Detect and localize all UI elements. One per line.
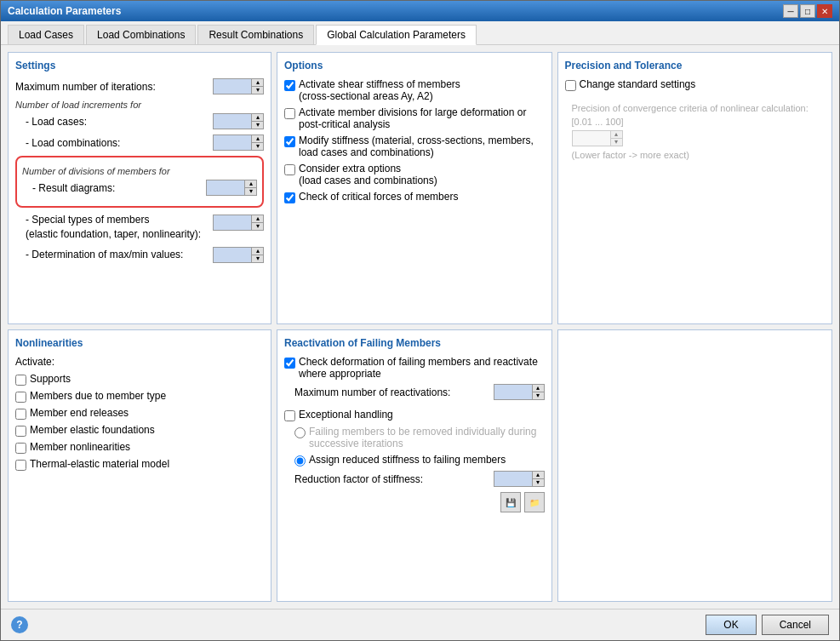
failing-remove-radio[interactable] [294,427,306,438]
assign-reduced-radio[interactable] [294,455,306,466]
tab-load-combinations[interactable]: Load Combinations [86,25,196,44]
load-combinations-input[interactable]: 1 [214,135,251,150]
option2-label: Activate member divisions for large defo… [299,106,526,130]
reduction-spinner[interactable]: 1000 ▴ ▾ [494,471,545,487]
options-title: Options [284,60,545,72]
load-combinations-spin-btns: ▴ ▾ [251,135,263,150]
supports-checkbox[interactable] [15,375,26,386]
exceptional-section: Exceptional handling Failing members to … [284,409,545,487]
ok-button[interactable]: OK [706,615,756,635]
result-diagrams-input[interactable]: 10 [207,180,244,195]
special-types-down[interactable]: ▾ [252,223,263,230]
max-min-input[interactable]: 10 [214,248,251,262]
exceptional-checkbox[interactable] [284,410,295,421]
load-cases-down[interactable]: ▾ [252,122,263,129]
member-nonlinear-row: Member nonlinearities [15,441,264,454]
max-reactivations-spin-btns: ▴ ▾ [532,385,544,399]
tab-global-params[interactable]: Global Calculation Parameters [316,25,477,45]
assign-reduced-row: Assign reduced stiffness to failing memb… [284,454,545,466]
reduction-label: Reduction factor of stiffness: [294,473,494,485]
activate-label: Activate: [15,356,264,368]
member-releases-checkbox[interactable] [15,409,26,420]
minimize-button[interactable]: ─ [783,4,798,18]
option3-label: Modify stiffness (material, cross-sectio… [299,134,534,158]
option1-checkbox[interactable] [284,80,295,91]
tab-result-combinations[interactable]: Result Combinations [197,25,314,44]
max-min-down[interactable]: ▾ [252,255,263,262]
failing-remove-label: Failing members to be removed individual… [309,426,536,449]
load-combinations-down[interactable]: ▾ [252,143,263,150]
reactivation-panel: Reactivation of Failing Members Check de… [277,329,552,602]
close-button[interactable]: ✕ [817,4,832,18]
result-diagrams-down[interactable]: ▾ [245,188,256,195]
thermal-row: Thermal-elastic material model [15,458,264,471]
maximize-button[interactable]: □ [800,4,815,18]
max-reactivations-down[interactable]: ▾ [533,392,544,399]
change-settings-label: Change standard settings [580,78,696,90]
load-cases-spin-btns: ▴ ▾ [251,114,263,129]
max-iterations-input[interactable]: 100 [214,79,251,94]
max-min-spinner[interactable]: 10 ▴ ▾ [213,247,264,263]
special-types-label: - Special types of members(elastic found… [26,213,213,242]
nonlinearities-title: Nonlinearities [15,337,264,349]
check-deformation-checkbox[interactable] [284,358,295,369]
divisions-group: Number of divisions of members for - Res… [15,156,264,208]
load-combinations-row: - Load combinations: 1 ▴ ▾ [15,134,264,151]
folder-icon-button[interactable]: 📁 [524,492,545,512]
dialog-buttons: OK Cancel [706,615,829,635]
option1-label: Activate shear stiffness of members(cros… [299,78,460,102]
max-iterations-label: Maximum number of iterations: [15,81,213,93]
bottom-bar: ? OK Cancel [1,609,839,640]
thermal-checkbox[interactable] [15,460,26,471]
members-type-label: Members due to member type [30,390,166,402]
special-types-spin-btns: ▴ ▾ [251,215,263,230]
option5-row: Check of critical forces of members [284,191,545,203]
load-cases-spinner[interactable]: 1 ▴ ▾ [213,113,264,129]
reduction-down[interactable]: ▾ [533,479,544,486]
settings-panel: Settings Maximum number of iterations: 1… [8,52,271,324]
supports-row: Supports [15,373,264,386]
option5-checkbox[interactable] [284,192,295,203]
change-settings-checkbox[interactable] [565,80,576,91]
supports-label: Supports [30,373,71,385]
special-types-spinner[interactable]: 10 ▴ ▾ [213,215,264,231]
reduction-spin-btns: ▴ ▾ [532,472,544,486]
help-button[interactable]: ? [11,616,28,633]
failing-remove-row: Failing members to be removed individual… [284,426,545,449]
precision-title: Precision and Tolerance [565,60,826,72]
lower-factor-label: (Lower factor -> more exact) [572,150,819,160]
option4-checkbox[interactable] [284,164,295,175]
load-combinations-spinner[interactable]: 1 ▴ ▾ [213,134,264,151]
result-diagrams-spin-btns: ▴ ▾ [244,180,256,195]
save-icon-button[interactable]: 💾 [500,492,521,512]
max-reactivations-spinner[interactable]: 3 ▴ ▾ [494,384,545,400]
reactivation-title: Reactivation of Failing Members [284,337,545,349]
title-bar: Calculation Parameters ─ □ ✕ [1,1,839,21]
members-type-checkbox[interactable] [15,392,26,403]
result-diagrams-spinner[interactable]: 10 ▴ ▾ [206,180,257,196]
result-diagrams-row: - Result diagrams: 10 ▴ ▾ [22,180,257,196]
max-reactivations-input[interactable]: 3 [494,385,532,399]
main-window: Calculation Parameters ─ □ ✕ Load Cases … [0,0,840,641]
max-iterations-row: Maximum number of iterations: 100 ▴ ▾ [15,78,264,94]
reduction-row: Reduction factor of stiffness: 1000 ▴ ▾ [284,471,545,487]
main-content: Settings Maximum number of iterations: 1… [1,45,839,609]
special-types-input[interactable]: 10 [214,215,251,230]
max-min-spin-btns: ▴ ▾ [251,248,263,262]
reduction-input[interactable]: 1000 [494,472,532,486]
settings-title: Settings [15,60,264,72]
load-cases-input[interactable]: 1 [214,114,251,129]
option1-row: Activate shear stiffness of members(cros… [284,78,545,102]
option2-checkbox[interactable] [284,108,295,119]
tab-load-cases[interactable]: Load Cases [8,25,84,44]
member-nonlinear-checkbox[interactable] [15,443,26,454]
member-elastic-checkbox[interactable] [15,426,26,437]
cancel-button[interactable]: Cancel [762,615,829,635]
max-iterations-down[interactable]: ▾ [252,87,263,94]
special-types-row: - Special types of members(elastic found… [15,213,264,242]
option3-checkbox[interactable] [284,136,295,147]
member-elastic-label: Member elastic foundations [30,424,155,436]
max-iterations-spinner[interactable]: 100 ▴ ▾ [213,78,264,94]
precision-input [573,131,610,146]
exceptional-label: Exceptional handling [299,409,393,421]
